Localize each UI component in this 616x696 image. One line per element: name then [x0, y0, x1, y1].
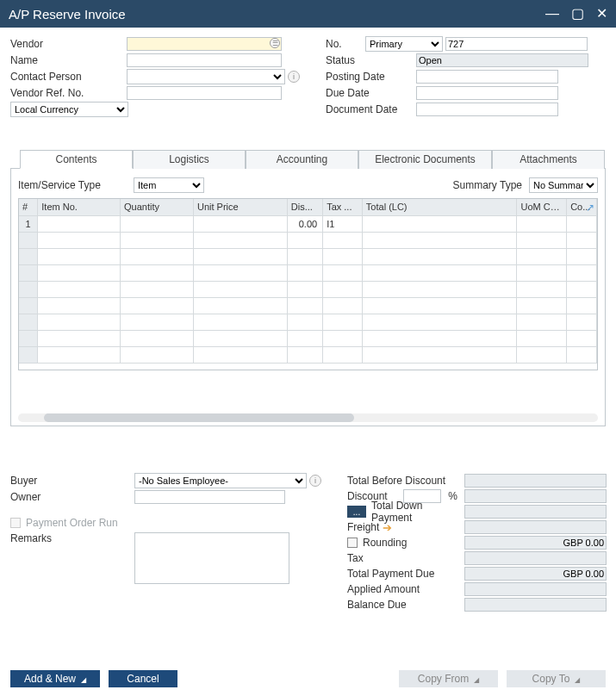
tab-accounting[interactable]: Accounting: [246, 150, 358, 169]
col-price[interactable]: Unit Price: [193, 199, 287, 215]
rounding-label: Rounding: [363, 537, 407, 549]
rounding-checkbox[interactable]: [347, 538, 358, 548]
balance-label: Balance Due: [347, 599, 464, 611]
col-total[interactable]: Total (LC): [362, 199, 517, 215]
tax-field: [464, 551, 607, 565]
table-row[interactable]: [19, 264, 597, 281]
docdate-input[interactable]: [416, 103, 558, 116]
currency-select[interactable]: Local Currency: [10, 102, 128, 117]
rounding-field: [464, 536, 607, 550]
applied-label: Applied Amount: [347, 583, 464, 595]
table-row[interactable]: [19, 314, 597, 330]
close-icon[interactable]: ✕: [596, 7, 607, 21]
vendor-label: Vendor: [10, 38, 127, 50]
status-field: [416, 53, 588, 67]
table-row[interactable]: [19, 232, 597, 248]
maximize-icon[interactable]: ▢: [571, 7, 584, 21]
table-row[interactable]: [19, 281, 597, 297]
remarks-label: Remarks: [10, 532, 134, 544]
balance-field: [464, 598, 607, 612]
itemtype-select[interactable]: Item: [134, 177, 204, 193]
contact-info-icon[interactable]: i: [288, 71, 300, 83]
contact-label: Contact Person: [10, 71, 127, 83]
minimize-icon[interactable]: —: [545, 7, 559, 21]
contact-select[interactable]: [127, 69, 285, 84]
items-grid[interactable]: ↗ # Item No. Quantity Unit Price Dis... …: [18, 198, 598, 370]
tdp-label: Total Down Payment: [371, 500, 464, 524]
tab-attachments[interactable]: Attachments: [492, 150, 605, 169]
popout-icon[interactable]: ↗: [586, 202, 594, 214]
cancel-button[interactable]: Cancel: [109, 670, 177, 687]
porun-label: Payment Order Run: [26, 517, 118, 529]
summary-select[interactable]: No Summary: [529, 177, 598, 193]
tdp-field: [464, 505, 607, 519]
tab-contents[interactable]: Contents: [20, 150, 133, 169]
posting-input[interactable]: [416, 70, 558, 84]
applied-field: [464, 582, 607, 596]
copy-from-button[interactable]: Copy From◢: [399, 670, 498, 687]
vendor-choose-icon[interactable]: ☰: [270, 38, 280, 48]
col-uom[interactable]: UoM Code: [517, 199, 567, 215]
freight-field: [464, 520, 607, 534]
tab-logistics[interactable]: Logistics: [133, 150, 246, 169]
due-label: Due Date: [326, 87, 416, 99]
tpd-label: Total Payment Due: [347, 568, 464, 580]
col-tax[interactable]: Tax ...: [323, 199, 363, 215]
buyer-info-icon[interactable]: i: [309, 475, 321, 487]
name-label: Name: [10, 54, 127, 66]
table-row[interactable]: 10.00I1: [19, 215, 597, 232]
buyer-select[interactable]: -No Sales Employee-: [134, 473, 307, 488]
vendorref-input[interactable]: [127, 86, 282, 100]
table-row[interactable]: [19, 248, 597, 264]
table-row[interactable]: [19, 330, 597, 346]
add-new-button[interactable]: Add & New◢: [10, 670, 100, 687]
downpayment-ellipsis-button[interactable]: ...: [347, 506, 366, 518]
docdate-label: Document Date: [326, 103, 416, 115]
table-row[interactable]: [19, 346, 597, 363]
col-qty[interactable]: Quantity: [121, 199, 194, 215]
tbd-field: [464, 474, 607, 488]
titlebar: A/P Reserve Invoice — ▢ ✕: [0, 0, 616, 28]
freight-link-icon[interactable]: ➔: [383, 522, 392, 533]
no-label: No.: [326, 38, 365, 50]
vendorref-label: Vendor Ref. No.: [10, 87, 127, 99]
itemtype-label: Item/Service Type: [18, 179, 134, 191]
table-row[interactable]: [19, 297, 597, 314]
tpd-field: [464, 567, 607, 581]
col-disc[interactable]: Dis...: [287, 199, 322, 215]
col-item[interactable]: Item No.: [38, 199, 121, 215]
tabs: Contents Logistics Accounting Electronic…: [10, 168, 606, 426]
copy-to-button[interactable]: Copy To◢: [507, 670, 606, 687]
owner-input[interactable]: [134, 490, 285, 504]
grid-hscroll[interactable]: [18, 413, 598, 422]
vendor-input[interactable]: [127, 37, 282, 51]
remarks-input[interactable]: [134, 532, 289, 584]
owner-label: Owner: [10, 491, 134, 503]
status-label: Status: [326, 54, 416, 66]
buyer-label: Buyer: [10, 475, 134, 487]
window-title: A/P Reserve Invoice: [9, 7, 126, 22]
posting-label: Posting Date: [326, 71, 416, 83]
docnum-input[interactable]: [445, 37, 588, 51]
freight-label: Freight: [347, 521, 379, 533]
tax-label: Tax: [347, 552, 464, 564]
porun-checkbox: [10, 518, 21, 528]
tbd-label: Total Before Discount: [347, 475, 464, 487]
name-input[interactable]: [127, 53, 282, 67]
tab-edocs[interactable]: Electronic Documents: [358, 150, 492, 169]
col-rownum[interactable]: #: [19, 199, 38, 215]
due-input[interactable]: [416, 86, 558, 100]
discount-value-field: [464, 489, 607, 503]
series-select[interactable]: Primary: [365, 36, 443, 52]
summary-label: Summary Type: [453, 179, 522, 191]
